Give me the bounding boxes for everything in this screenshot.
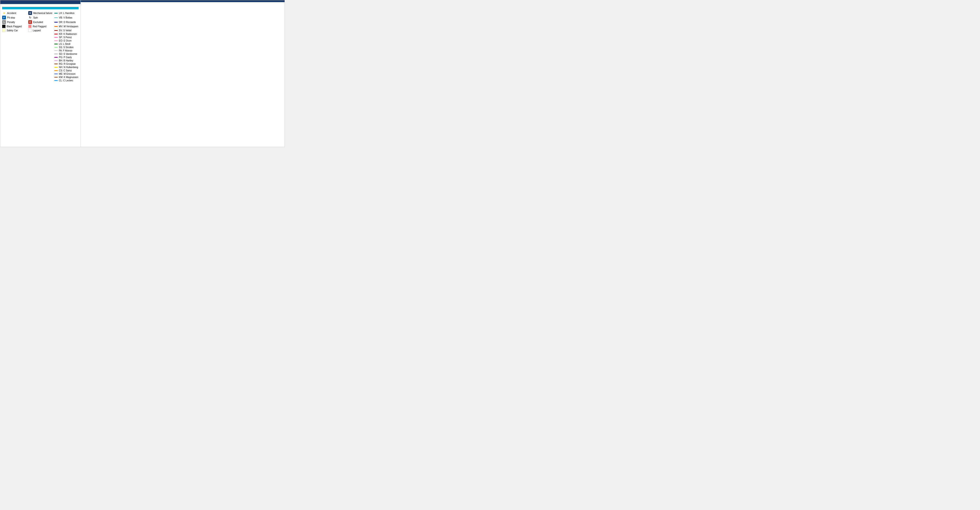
key-accident: ★ Accident	[2, 11, 26, 15]
lapped-label: Lapped	[33, 29, 41, 32]
pitstop-label: Pit stop	[7, 16, 15, 19]
driver-cl-color	[54, 80, 58, 81]
round-row	[0, 0, 80, 4]
driver-sd-color	[54, 54, 58, 54]
key-spacer10	[28, 46, 52, 49]
key-driver-ls: LS: L Stroll	[54, 43, 79, 45]
driver-mv-color	[54, 26, 58, 27]
lapped-box	[28, 29, 32, 32]
key-section: ★ Accident M Mechanical failure LH: L Ha…	[0, 5, 80, 84]
key-spacer9	[2, 46, 26, 49]
redflag-box	[28, 25, 32, 28]
key-spacer21	[2, 66, 26, 68]
safetycar-box	[2, 29, 5, 32]
key-spin: ↻ Spin	[28, 16, 52, 19]
circuit-title	[81, 0, 285, 2]
mechanical-label: Mechanical failure	[33, 12, 52, 14]
key-driver-lh: LH: L Hamilton	[54, 11, 79, 15]
key-spacer15	[2, 56, 26, 59]
key-spacer27	[2, 76, 26, 78]
driver-cs-color	[54, 70, 58, 71]
spin-label: Spin	[33, 16, 38, 19]
penalty-label: Penalty	[7, 21, 15, 24]
key-spacer24	[28, 69, 52, 72]
key-spacer7	[2, 43, 26, 45]
key-driver-fa: FA: F Alonso	[54, 49, 79, 52]
driver-sv-color	[54, 30, 58, 31]
key-safetycar: Safety Car	[2, 29, 26, 32]
excluded-icon: E	[28, 20, 32, 24]
key-spacer2	[28, 33, 52, 35]
key-spacer30	[28, 79, 52, 82]
driver-pg-color	[54, 57, 58, 58]
key-pitstop: P Pit stop	[2, 16, 26, 19]
penalty-icon: Pe	[2, 20, 6, 24]
left-panel: ★ Accident M Mechanical failure LH: L Ha…	[0, 0, 81, 147]
driver-nh-color	[54, 67, 58, 68]
key-spacer20	[28, 63, 52, 65]
redflag-label: Red Flagged	[33, 25, 46, 28]
driver-bh-color	[54, 60, 58, 61]
key-driver-pg: PG: P Gasly	[54, 56, 79, 59]
key-mechanical: M Mechanical failure	[28, 11, 52, 15]
key-driver-dr: DR: D Ricciardo	[54, 20, 79, 24]
right-panel	[81, 0, 285, 147]
key-spacer25	[2, 73, 26, 75]
key-spacer12	[28, 49, 52, 52]
key-driver-ss: SS: S Sirotkin	[54, 46, 79, 49]
key-spacer22	[28, 66, 52, 68]
driver-rg-color	[54, 64, 58, 64]
driver-eo-color	[54, 40, 58, 41]
key-redflag: Red Flagged	[28, 25, 52, 28]
driver-fa-color	[54, 50, 58, 51]
key-spacer28	[28, 76, 52, 78]
pitstop-icon: P	[2, 16, 6, 19]
accident-icon: ★	[2, 11, 6, 15]
key-spacer4	[28, 36, 52, 39]
key-driver-km: KM: K Magnussen	[54, 76, 79, 78]
key-spacer3	[2, 36, 26, 39]
blackflag-label: Black Flagged	[6, 25, 22, 28]
key-spacer11	[2, 49, 26, 52]
driver-ss-color	[54, 47, 58, 48]
key-driver-sv: SV: S Vettel	[54, 29, 79, 32]
key-spacer1	[2, 33, 26, 35]
key-driver-eo: EO: E Ocon	[54, 40, 79, 42]
key-spacer18	[28, 59, 52, 62]
key-driver-cs: CS: C Sainz	[54, 69, 79, 72]
key-driver-sd: SD: S Vandoorne	[54, 52, 79, 55]
key-driver-nh: NH: N Hulkenberg	[54, 66, 79, 68]
key-spacer8	[28, 43, 52, 45]
key-driver-kr: KR: K Raikkonen	[54, 33, 79, 35]
key-spacer14	[28, 52, 52, 55]
key-excluded: E Excluded	[28, 20, 52, 24]
key-lapped: Lapped	[28, 29, 52, 32]
spin-icon: ↻	[28, 16, 32, 19]
driver-ls-color	[54, 44, 58, 44]
key-spacer6	[28, 40, 52, 42]
excluded-label: Excluded	[33, 21, 43, 24]
key-spacer5	[2, 40, 26, 42]
key-spacer16	[28, 56, 52, 59]
driver-sp-color	[54, 37, 58, 38]
key-driver-cl: CL: C Leclerc	[54, 79, 79, 82]
driver-lh-color	[54, 13, 58, 14]
key-spacer23	[2, 69, 26, 72]
accident-label: Accident	[7, 12, 16, 14]
driver-kr-color	[54, 34, 58, 34]
driver-dr-color	[54, 22, 58, 22]
key-penalty: Pe Penalty	[2, 20, 26, 24]
key-driver-sp: SP: S Perez	[54, 36, 79, 39]
safetycar-label: Safety Car	[6, 29, 18, 32]
driver-km-color	[54, 77, 58, 78]
race-chart	[81, 2, 285, 142]
key-driver-vb: VB: V Bottas	[54, 16, 79, 19]
key-header	[2, 7, 79, 9]
key-spacer13	[2, 52, 26, 55]
blackflag-box	[2, 25, 5, 28]
key-driver-me: ME: M Ericsson	[54, 73, 79, 75]
key-spacer29	[2, 79, 26, 82]
key-grid: ★ Accident M Mechanical failure LH: L Ha…	[2, 11, 79, 82]
driver-me-color	[54, 73, 58, 74]
key-blackflag: Black Flagged	[2, 25, 26, 28]
